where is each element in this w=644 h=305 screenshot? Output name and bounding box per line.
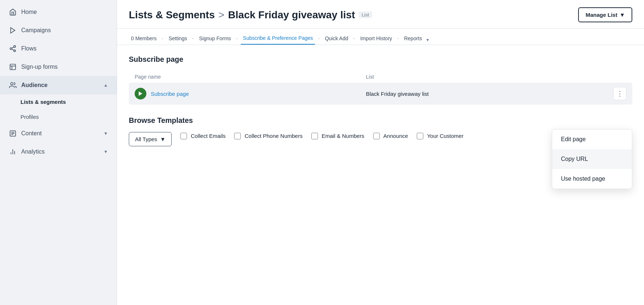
content-area: Subscribe page Page name List Subscribe … — [117, 45, 644, 305]
browse-templates-title: Browse Templates — [129, 116, 193, 125]
nav-tabs: 0 Members - Settings - Signup Forms - Su… — [117, 29, 644, 45]
sidebar-item-campaigns[interactable]: Campaigns — [0, 21, 117, 39]
sidebar-item-signup-forms[interactable]: Sign-up forms — [0, 58, 117, 76]
dropdown-item-use-hosted-page[interactable]: Use hosted page — [552, 169, 632, 189]
svg-rect-6 — [10, 64, 16, 70]
lists-segments-label: Lists & segments — [20, 99, 66, 105]
row-actions: ⋮ — [597, 87, 626, 100]
profiles-label: Profiles — [20, 114, 39, 120]
filter-collect-phone[interactable]: Collect Phone Numbers — [234, 132, 302, 140]
nav-sep-3: - — [235, 35, 239, 41]
email-numbers-checkbox[interactable] — [311, 133, 318, 139]
all-types-label: All Types — [135, 136, 157, 142]
manage-list-button[interactable]: Manage List ▼ — [578, 7, 632, 22]
subscribe-page-title: Subscribe page — [129, 55, 632, 64]
play-icon — [135, 88, 146, 99]
row-more-button[interactable]: ⋮ — [613, 87, 626, 100]
row-name-cell: Subscribe page — [135, 88, 366, 99]
subscribe-page-section: Subscribe page Page name List Subscribe … — [129, 55, 632, 105]
sidebar-item-flows-label: Flows — [21, 45, 37, 52]
table-header: Page name List — [129, 71, 632, 83]
sidebar-item-content-label: Content — [21, 130, 42, 137]
sidebar-item-analytics[interactable]: Analytics ▼ — [0, 143, 117, 161]
all-types-button[interactable]: All Types ▼ — [129, 132, 172, 146]
filter-collect-emails[interactable]: Collect Emails — [180, 132, 225, 140]
subscribe-page-link[interactable]: Subscribe page — [151, 91, 189, 97]
nav-sep-4: - — [317, 35, 321, 41]
your-customer-checkbox[interactable] — [417, 133, 423, 139]
nav-sep-1: - — [160, 35, 165, 41]
svg-marker-0 — [11, 28, 15, 33]
svg-point-1 — [14, 46, 16, 48]
svg-point-2 — [10, 48, 12, 50]
sidebar-item-signup-forms-label: Sign-up forms — [21, 64, 58, 70]
svg-line-5 — [12, 47, 14, 48]
nav-sep-2: - — [191, 35, 195, 41]
more-dots-icon: ⋮ — [617, 90, 623, 98]
dropdown-menu: Edit page Copy URL Use hosted page — [552, 129, 632, 189]
main-content: Lists & Segments > Black Friday giveaway… — [117, 0, 644, 305]
home-icon — [9, 8, 17, 16]
nav-sep-5: - — [352, 35, 357, 41]
signup-forms-icon — [9, 63, 17, 71]
content-chevron-icon: ▼ — [104, 131, 108, 136]
row-list-cell: Black Friday giveaway list — [366, 91, 597, 97]
table-row: Subscribe page Black Friday giveaway lis… — [129, 83, 632, 105]
analytics-icon — [9, 148, 17, 156]
page-header: Lists & Segments > Black Friday giveaway… — [117, 0, 644, 29]
collect-emails-checkbox[interactable] — [180, 133, 187, 139]
tab-signup-forms[interactable]: Signup Forms — [197, 33, 233, 44]
sidebar-item-audience-label: Audience — [21, 82, 48, 89]
sidebar-item-analytics-label: Analytics — [21, 148, 45, 155]
filter-email-numbers[interactable]: Email & Numbers — [311, 132, 364, 140]
sidebar-item-profiles[interactable]: Profiles — [20, 109, 117, 124]
dropdown-item-edit-page[interactable]: Edit page — [552, 129, 632, 149]
collect-phone-checkbox[interactable] — [234, 133, 241, 139]
svg-marker-17 — [139, 91, 142, 96]
filter-announce[interactable]: Announce — [373, 132, 408, 140]
breadcrumb-parent: Lists & Segments — [129, 9, 215, 21]
sidebar-item-campaigns-label: Campaigns — [21, 27, 51, 34]
page-title: Lists & Segments > Black Friday giveaway… — [129, 9, 372, 21]
svg-point-3 — [14, 50, 16, 52]
reports-dropdown-icon: ▼ — [426, 38, 430, 42]
svg-point-9 — [11, 83, 13, 85]
sidebar-item-lists-segments[interactable]: Lists & segments — [20, 94, 117, 109]
collect-emails-label: Collect Emails — [191, 132, 225, 140]
announce-label: Announce — [383, 132, 408, 140]
tab-members[interactable]: 0 Members — [129, 33, 159, 44]
breadcrumb-current: Black Friday giveaway list — [228, 9, 355, 21]
dropdown-item-copy-url[interactable]: Copy URL — [552, 149, 632, 169]
tab-settings[interactable]: Settings — [166, 33, 190, 44]
filter-your-customer[interactable]: Your Customer — [417, 132, 464, 140]
analytics-chevron-icon: ▼ — [104, 149, 108, 154]
tab-import-history[interactable]: Import History — [358, 33, 394, 44]
sidebar-item-home[interactable]: Home — [0, 3, 117, 21]
tab-reports[interactable]: Reports — [402, 33, 424, 44]
sidebar-item-content[interactable]: Content ▼ — [0, 124, 117, 143]
browse-header: Browse Templates — [129, 116, 632, 125]
svg-line-4 — [12, 49, 14, 50]
sidebar-item-flows[interactable]: Flows — [0, 39, 117, 58]
col-page-name: Page name — [135, 74, 366, 80]
audience-submenu: Lists & segments Profiles — [0, 94, 117, 124]
campaigns-icon — [9, 26, 17, 34]
flows-icon — [9, 45, 17, 53]
sidebar: Home Campaigns Flows Sign-up forms Audie… — [0, 0, 117, 305]
nav-sep-6: - — [396, 35, 401, 41]
all-types-chevron-icon: ▼ — [160, 136, 166, 142]
breadcrumb-separator: > — [218, 9, 224, 21]
col-list: List — [366, 74, 597, 80]
content-icon — [9, 129, 17, 138]
list-badge: List — [359, 11, 372, 18]
announce-checkbox[interactable] — [373, 133, 380, 139]
sidebar-item-home-label: Home — [21, 9, 37, 15]
your-customer-label: Your Customer — [427, 132, 464, 140]
sidebar-item-audience[interactable]: Audience ▲ — [0, 76, 117, 94]
tab-subscribe-pref[interactable]: Subscribe & Preference Pages — [241, 32, 315, 45]
manage-list-label: Manage List — [585, 12, 617, 18]
audience-chevron-icon: ▲ — [104, 83, 108, 88]
manage-list-chevron-icon: ▼ — [619, 12, 625, 18]
audience-icon — [9, 81, 17, 89]
tab-quick-add[interactable]: Quick Add — [323, 33, 351, 44]
